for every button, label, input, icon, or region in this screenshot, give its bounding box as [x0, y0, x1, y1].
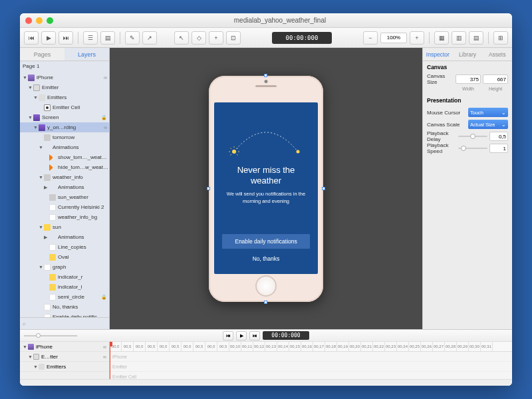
indicator-dot-icon — [297, 150, 300, 153]
no-thanks-button[interactable]: No, thanks — [253, 255, 280, 262]
layer-row[interactable]: Enable daily notific — [20, 312, 109, 317]
tool-a-button[interactable]: ✎ — [125, 31, 140, 45]
minimize-icon[interactable] — [36, 17, 43, 24]
layer-row[interactable]: Line_copies — [20, 242, 109, 252]
timeline-play-button[interactable]: ▶ — [236, 331, 247, 340]
playback-speed-field[interactable]: 1 — [489, 144, 508, 153]
timeline-rewind-button[interactable]: ⏮ — [223, 331, 233, 340]
zoom-minus-button[interactable]: − — [363, 31, 378, 45]
canvas-height-field[interactable]: 667 — [483, 74, 508, 84]
layer-row[interactable]: show_tom…_weather — [20, 152, 109, 162]
layer-row[interactable]: tomorrow — [20, 132, 109, 142]
disclosure-icon[interactable]: ▼ — [39, 225, 44, 229]
playback-delay-field[interactable]: 0,5 — [489, 132, 508, 141]
resize-handle[interactable] — [207, 187, 210, 190]
view-b-button[interactable]: ▥ — [452, 31, 466, 45]
playback-speed-slider[interactable] — [458, 148, 487, 149]
timeline-layer-row[interactable]: ▼E…tter∞ — [20, 352, 109, 362]
layer-row[interactable]: ▼iPhone∞ — [20, 72, 109, 82]
disclosure-icon[interactable]: ▼ — [39, 265, 44, 269]
disclosure-icon[interactable]: ▼ — [28, 85, 33, 90]
layer-row[interactable]: ▼Emitter — [20, 82, 109, 92]
lock-icon[interactable]: 🔒 — [101, 295, 107, 300]
tab-layers[interactable]: Layers — [65, 48, 109, 61]
layer-row[interactable]: sun_weather — [20, 192, 109, 202]
mouse-cursor-select[interactable]: Touch⌄ — [468, 108, 508, 117]
tab-inspector[interactable]: Inspector — [423, 48, 453, 61]
text-tool-button[interactable]: ⊡ — [226, 31, 241, 45]
layer-row[interactable]: weather_info_bg — [20, 212, 109, 222]
close-icon[interactable] — [25, 17, 32, 24]
layer-row[interactable]: indicator_r — [20, 272, 109, 282]
layer-row[interactable]: indicator_l — [20, 282, 109, 292]
disclosure-icon[interactable]: ▶ — [44, 235, 49, 240]
tab-pages[interactable]: Pages — [20, 48, 65, 61]
layer-row[interactable]: Currently Helsinki 2 — [20, 202, 109, 212]
layer-row[interactable]: ▶Animations — [20, 182, 109, 192]
timeline-playhead[interactable] — [110, 342, 110, 379]
enable-notifications-button[interactable]: Enable daily notifications — [222, 234, 310, 249]
timeline-layer-list[interactable]: ▼iPhone∞▼E…tter∞▼Emitters — [20, 342, 110, 379]
layer-row[interactable]: ▼graph — [20, 262, 109, 272]
disclosure-icon[interactable]: ▶ — [44, 185, 49, 190]
pointer-tool-button[interactable]: ↖ — [174, 31, 189, 45]
layer-row[interactable]: ▶Animations — [20, 232, 109, 242]
layer-row[interactable]: ▼weather_info — [20, 172, 109, 182]
rewind-button[interactable]: ⏮ — [24, 31, 39, 45]
layer-row[interactable]: ▼Emitters — [20, 92, 109, 102]
zoom-plus-button[interactable]: + — [410, 31, 424, 45]
add-tool-button[interactable]: + — [209, 31, 223, 45]
lock-icon[interactable]: 🔒 — [101, 115, 107, 120]
layer-row[interactable]: ▼Animations — [20, 142, 109, 152]
view-a-button[interactable]: ▦ — [434, 31, 449, 45]
layer-row[interactable]: Emitter Cell — [20, 102, 109, 112]
timeline-layer-row[interactable]: ▼iPhone∞ — [20, 342, 109, 352]
timeline-ruler[interactable]: 00,000,500,000,500,000,500,000,500,000,5… — [110, 342, 512, 352]
disclosure-icon[interactable]: ▼ — [33, 125, 39, 130]
panel-button[interactable]: ▤ — [100, 31, 115, 45]
playback-delay-slider[interactable] — [458, 136, 487, 137]
resize-handle[interactable] — [264, 301, 267, 304]
canvas-width-field[interactable]: 375 — [456, 74, 481, 84]
resize-handle[interactable] — [264, 74, 267, 77]
layer-row[interactable]: ▼y_on…rding∞ — [20, 122, 109, 132]
page-label[interactable]: Page 1 — [20, 61, 109, 71]
zoom-display[interactable]: 100% — [380, 33, 407, 43]
play-button[interactable]: ▶ — [41, 31, 56, 45]
tab-library[interactable]: Library — [453, 48, 483, 61]
timeline-track-row[interactable]: Emitter — [110, 362, 512, 372]
disclosure-icon[interactable]: ▼ — [23, 75, 28, 80]
inspector-toggle-button[interactable]: ⊞ — [493, 31, 508, 45]
timeline-tracks[interactable]: 00,000,500,000,500,000,500,000,500,000,5… — [110, 342, 512, 379]
zoom-icon[interactable] — [47, 17, 53, 24]
timeline-zoom-slider[interactable] — [24, 335, 77, 336]
canvas-scale-select[interactable]: Actual Size⌄ — [468, 120, 508, 129]
layer-row[interactable]: ▼sun — [20, 222, 109, 232]
search-input[interactable] — [26, 321, 106, 327]
horizontal-scrollbar[interactable] — [20, 379, 512, 386]
iphone-mockup[interactable]: Never miss the weather We will send you … — [209, 76, 323, 302]
disclosure-icon[interactable]: ▼ — [39, 175, 44, 180]
tab-assets[interactable]: Assets — [482, 48, 512, 61]
layers-toggle-button[interactable]: ☰ — [83, 31, 98, 45]
direct-tool-button[interactable]: ◇ — [192, 31, 206, 45]
layer-row[interactable]: semi_circle🔒 — [20, 292, 109, 302]
forward-button[interactable]: ⏭ — [59, 31, 73, 45]
timeline-track-row[interactable]: Emitter Cell — [110, 372, 512, 379]
tool-b-button[interactable]: ↗ — [142, 31, 157, 45]
disclosure-icon[interactable]: ▼ — [33, 95, 39, 100]
canvas[interactable]: Never miss the weather We will send you … — [110, 48, 422, 329]
resize-handle[interactable] — [322, 187, 325, 190]
disclosure-icon[interactable]: ▼ — [39, 145, 44, 150]
timeline-layer-row[interactable]: ▼Emitters — [20, 362, 109, 372]
timeline-track-row[interactable]: iPhone — [110, 352, 512, 362]
disclosure-icon[interactable]: ▼ — [28, 115, 33, 120]
layer-row[interactable]: No, thanks — [20, 302, 109, 312]
layer-tree[interactable]: ▼iPhone∞▼Emitter▼EmittersEmitter Cell▼Sc… — [20, 71, 109, 317]
titlebar[interactable]: medialab_yahoo_weather_final — [20, 13, 512, 28]
layer-row[interactable]: hide_tom…w_weather — [20, 162, 109, 172]
layer-row[interactable]: Oval — [20, 252, 109, 262]
timeline-forward-button[interactable]: ⏭ — [249, 331, 260, 340]
view-c-button[interactable]: ▤ — [469, 31, 483, 45]
layer-row[interactable]: ▼Screen🔒 — [20, 112, 109, 122]
